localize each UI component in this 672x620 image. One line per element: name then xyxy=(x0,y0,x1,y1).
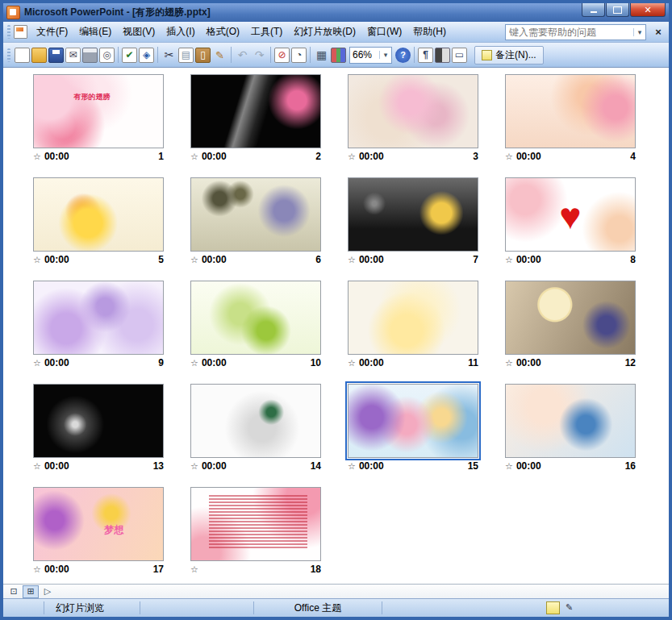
title-bar: Microsoft PowerPoint - [有形的翅膀.pptx] ✕ xyxy=(3,3,669,22)
menu-file[interactable]: 文件(F) xyxy=(31,23,73,41)
transition-star-icon[interactable]: ☆ xyxy=(505,255,513,265)
slide-thumbnail-4[interactable] xyxy=(505,74,636,148)
format-painter-icon[interactable]: ✎ xyxy=(212,48,227,63)
transition-star-icon[interactable]: ☆ xyxy=(190,358,198,368)
slide-cell-1: 有形的翅膀☆00:001 xyxy=(33,74,164,162)
zoom-input[interactable] xyxy=(350,49,379,60)
slide-thumbnail-12[interactable] xyxy=(505,281,636,355)
transition-star-icon[interactable]: ☆ xyxy=(190,564,198,575)
slide-cell-15: ☆00:0015 xyxy=(348,384,478,472)
show-formatting-icon[interactable]: ¶ xyxy=(418,48,433,63)
help-search-input[interactable] xyxy=(506,26,633,39)
transition-star-icon[interactable]: ☆ xyxy=(33,358,41,368)
open-folder-icon[interactable] xyxy=(31,48,47,63)
slide-number: 11 xyxy=(468,357,478,368)
transition-star-icon[interactable]: ☆ xyxy=(33,152,41,162)
transition-star-icon[interactable]: ☆ xyxy=(33,564,41,575)
transition-star-icon[interactable]: ☆ xyxy=(190,461,198,472)
transition-star-icon[interactable]: ☆ xyxy=(505,152,513,162)
menu-tools[interactable]: 工具(T) xyxy=(245,23,288,41)
menu-format[interactable]: 格式(O) xyxy=(201,23,245,41)
zoom-dropdown-icon[interactable]: ▾ xyxy=(379,51,391,59)
grayscale-icon[interactable] xyxy=(435,48,450,63)
transition-star-icon[interactable]: ☆ xyxy=(190,152,198,162)
menu-view[interactable]: 视图(V) xyxy=(117,23,161,41)
menu-insert[interactable]: 插入(I) xyxy=(161,23,200,41)
close-button[interactable]: ✕ xyxy=(630,3,666,17)
slide-thumbnail-16[interactable] xyxy=(505,384,636,458)
slide-cell-16: ☆00:0016 xyxy=(505,384,636,472)
slide-thumbnail-2[interactable] xyxy=(190,74,321,148)
cut-icon[interactable]: ✂ xyxy=(161,48,177,63)
slide-timing: 00:00 xyxy=(359,460,384,472)
close-document-button[interactable]: × xyxy=(651,26,666,38)
slide-thumbnail-13[interactable] xyxy=(33,384,164,458)
research-icon[interactable]: ◈ xyxy=(139,48,154,63)
slide-timing: 00:00 xyxy=(202,151,227,162)
slide-timing: 00:00 xyxy=(44,151,69,162)
transition-star-icon[interactable]: ☆ xyxy=(190,255,198,265)
document-status-icon[interactable] xyxy=(546,601,560,614)
slide-sorter-view-button[interactable]: ⊞ xyxy=(23,585,39,598)
slide-thumbnail-1[interactable]: 有形的翅膀 xyxy=(33,74,164,148)
color-schemes-icon[interactable] xyxy=(331,48,346,63)
slide-thumbnail-9[interactable] xyxy=(33,281,164,355)
redo-icon[interactable]: ↷ xyxy=(252,48,267,63)
copy-icon[interactable]: ▤ xyxy=(178,48,194,63)
slide-thumbnail-5[interactable] xyxy=(33,177,164,252)
slide-thumbnail-17[interactable]: 梦想 xyxy=(33,487,164,561)
view-name-panel: 幻灯片浏览 xyxy=(44,601,140,614)
menu-help[interactable]: 帮助(H) xyxy=(407,23,452,41)
transition-star-icon[interactable]: ☆ xyxy=(348,152,356,162)
help-icon[interactable]: ? xyxy=(395,48,411,63)
spelling-icon[interactable]: ✔ xyxy=(122,48,137,63)
transition-star-icon[interactable]: ☆ xyxy=(348,461,356,472)
slide-cell-17: 梦想☆00:0017 xyxy=(33,487,164,575)
transition-star-icon[interactable]: ☆ xyxy=(505,461,513,472)
slide-thumbnail-11[interactable] xyxy=(348,281,478,355)
slide-thumbnail-15[interactable] xyxy=(348,384,478,458)
transition-star-icon[interactable]: ☆ xyxy=(33,461,41,472)
toolbar-grip[interactable] xyxy=(7,48,10,62)
paste-icon[interactable]: ▯ xyxy=(195,48,211,63)
slide-thumbnail-14[interactable] xyxy=(190,384,321,458)
undo-icon[interactable]: ↶ xyxy=(235,48,250,63)
menubar-grip[interactable] xyxy=(7,25,10,39)
menu-window[interactable]: 窗口(W) xyxy=(361,23,407,41)
pen-status-icon[interactable]: ✎ xyxy=(563,601,575,613)
normal-view-button[interactable]: ⊡ xyxy=(6,585,22,598)
slide-meta-15: ☆00:0015 xyxy=(348,460,478,472)
print-icon[interactable] xyxy=(82,48,98,63)
minimize-button[interactable] xyxy=(582,3,605,17)
slide-thumbnail-8[interactable]: ♥ xyxy=(505,177,636,252)
slide-thumbnail-3[interactable] xyxy=(348,74,478,148)
hide-slide-icon[interactable]: ⊘ xyxy=(274,48,290,63)
slide-thumbnail-18[interactable] xyxy=(190,487,321,561)
slide-thumbnail-7[interactable] xyxy=(348,177,478,252)
new-icon[interactable] xyxy=(15,48,30,63)
menu-edit[interactable]: 编辑(E) xyxy=(73,23,117,41)
slide-number: 5 xyxy=(158,254,164,265)
slide-meta-11: ☆00:0011 xyxy=(348,357,478,368)
transition-star-icon[interactable]: ☆ xyxy=(505,358,513,368)
save-icon[interactable] xyxy=(48,48,64,63)
transition-star-icon[interactable]: ☆ xyxy=(348,255,356,265)
transition-star-icon[interactable]: ☆ xyxy=(348,358,356,368)
slide-thumbnail-6[interactable] xyxy=(190,177,321,252)
slide-number: 16 xyxy=(625,460,636,472)
email-icon[interactable]: ✉ xyxy=(65,48,81,63)
notes-button[interactable]: 备注(N)... xyxy=(474,46,544,64)
slide-meta-16: ☆00:0016 xyxy=(505,460,636,472)
transition-star-icon[interactable]: ☆ xyxy=(33,255,41,265)
slideshow-button[interactable]: ▷ xyxy=(40,585,56,598)
chevron-down-icon[interactable]: ▾ xyxy=(633,28,645,36)
fit-window-icon[interactable]: ▭ xyxy=(452,48,467,63)
slide-cell-9: ☆00:009 xyxy=(33,281,164,368)
slide-meta-14: ☆00:0014 xyxy=(190,460,321,472)
menu-slideshow[interactable]: 幻灯片放映(D) xyxy=(288,23,361,41)
maximize-button[interactable] xyxy=(606,3,629,17)
slide-thumbnail-10[interactable] xyxy=(190,281,321,355)
rehearse-timings-icon[interactable]: ◔ xyxy=(291,48,307,63)
print-preview-icon[interactable]: ◎ xyxy=(99,48,115,63)
grid-icon[interactable]: ▦ xyxy=(314,48,329,63)
